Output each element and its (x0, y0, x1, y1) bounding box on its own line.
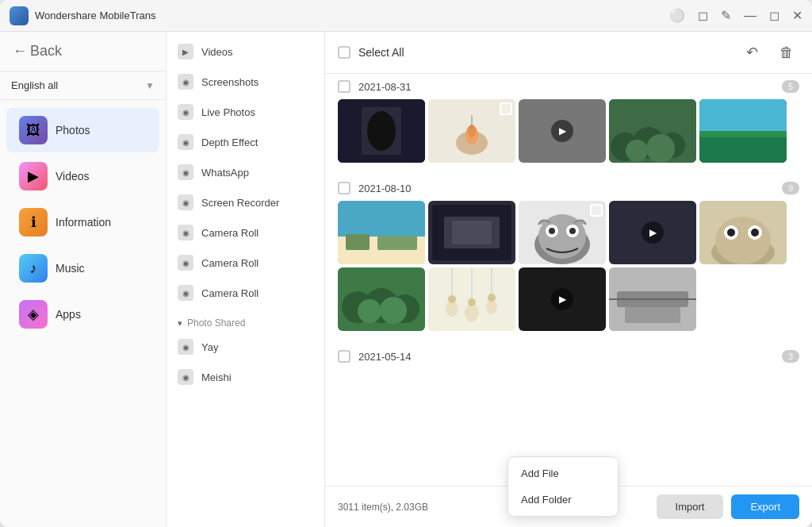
sidebar-item-videos[interactable]: ▶ Videos (6, 154, 159, 198)
live-photos-icon: ◉ (178, 104, 193, 120)
photo-thumb-2-8[interactable]: ▶ (519, 267, 606, 331)
photo-shared-header[interactable]: ▾ Photo Shared (167, 311, 324, 332)
middle-nav: ▶ Videos ◉ Screenshots ◉ Live Photos ◉ D… (167, 32, 324, 397)
photo-thumb-2-9[interactable] (609, 267, 696, 331)
whatsapp-icon: ◉ (178, 164, 193, 180)
device-selector-text: English all (11, 79, 58, 91)
photo-thumb-2-2[interactable] (428, 201, 515, 264)
dropdown-item-add-file[interactable]: Add File (508, 460, 618, 487)
window-icon[interactable]: ◻ (698, 8, 708, 23)
date-count-2: 9 (782, 182, 799, 194)
sidebar-item-photos[interactable]: 🖼 Photos (6, 108, 159, 152)
date-checkbox-2[interactable] (338, 182, 350, 194)
middle-item-screen-recorder[interactable]: ◉ Screen Recorder (167, 187, 324, 217)
svg-point-53 (486, 300, 497, 314)
select-all-checkbox[interactable] (338, 46, 350, 59)
photo-row-2-2: ▶ (338, 267, 799, 331)
content-panel: Select All ↶ 🗑 2021-08-31 5 (325, 32, 812, 527)
date-header-2: 2021-08-10 9 (338, 175, 799, 201)
middle-item-videos[interactable]: ▶ Videos (167, 37, 324, 67)
middle-item-camera-roll-3[interactable]: ◉ Camera Roll (167, 278, 324, 308)
app-title: Wondershare MobileTrans (35, 10, 669, 21)
sidebar: ← Back English all ▼ 🖼 Photos ▶ Videos ℹ (0, 32, 167, 527)
close-button[interactable]: ✕ (792, 8, 802, 23)
play-button-1[interactable]: ▶ (551, 120, 573, 142)
camera-roll-1-label: Camera Roll (201, 227, 259, 239)
device-selector-arrow: ▼ (145, 80, 155, 91)
middle-item-camera-roll-2[interactable]: ◉ Camera Roll (167, 248, 324, 278)
maximize-button[interactable]: ◻ (769, 8, 779, 23)
import-button[interactable]: Import (657, 494, 724, 519)
photo-thumb-1-4[interactable] (609, 99, 696, 163)
photos-label: Photos (56, 124, 90, 137)
depth-effect-icon: ◉ (178, 134, 193, 150)
sidebar-item-apps[interactable]: ◈ Apps (6, 292, 159, 337)
undo-button[interactable]: ↶ (739, 40, 764, 65)
svg-rect-60 (625, 307, 680, 323)
device-selector[interactable]: English all ▼ (0, 71, 166, 100)
middle-item-yay[interactable]: ◉ Yay (167, 332, 324, 362)
sidebar-item-information[interactable]: ℹ Information (6, 200, 159, 244)
yay-label: Yay (201, 341, 218, 353)
photo-thumb-2-4[interactable]: ▶ (609, 201, 696, 264)
dropdown-menu: Add File Add Folder (508, 456, 619, 517)
select-all-label: Select All (358, 46, 404, 59)
profile-icon[interactable]: ⚪ (669, 8, 685, 23)
date-label-3: 2021-05-14 (358, 351, 782, 363)
svg-point-54 (448, 295, 456, 303)
edit-icon[interactable]: ✎ (721, 8, 731, 23)
svg-rect-21 (346, 234, 370, 250)
svg-point-33 (569, 228, 576, 234)
date-group-2: 2021-08-10 9 (338, 175, 799, 331)
information-icon: ℹ (19, 208, 48, 237)
photo-thumb-2-5[interactable] (699, 201, 787, 264)
middle-item-depth-effect[interactable]: ◉ Depth Effect (167, 127, 324, 157)
play-button-2[interactable]: ▶ (642, 221, 664, 244)
play-button-3[interactable]: ▶ (551, 288, 573, 310)
photo-thumb-2-7[interactable] (428, 267, 515, 331)
svg-point-56 (488, 294, 496, 302)
date-header-3: 2021-05-14 3 (338, 344, 799, 369)
date-label-1: 2021-08-31 (358, 81, 782, 93)
delete-button[interactable]: 🗑 (774, 40, 799, 65)
svg-rect-16 (699, 99, 787, 135)
music-label: Music (56, 262, 85, 275)
photo-thumb-1-3[interactable]: ▶ (519, 99, 606, 163)
back-button[interactable]: ← Back (0, 32, 166, 71)
photo-thumb-2-1[interactable] (338, 201, 425, 264)
middle-panel: ▶ Videos ◉ Screenshots ◉ Live Photos ◉ D… (167, 32, 325, 527)
middle-item-live-photos[interactable]: ◉ Live Photos (167, 97, 324, 127)
dropdown-item-add-folder[interactable]: Add Folder (508, 487, 618, 513)
select-all-row: Select All (338, 46, 404, 59)
camera-roll-3-label: Camera Roll (201, 287, 259, 299)
svg-point-13 (646, 134, 675, 163)
information-label: Information (56, 216, 111, 229)
date-checkbox-1[interactable] (338, 80, 350, 93)
photo-thumb-2-6[interactable] (338, 267, 425, 331)
svg-rect-26 (452, 221, 492, 244)
svg-point-46 (380, 297, 407, 324)
photo-thumb-1-2[interactable] (428, 99, 515, 163)
camera-roll-2-label: Camera Roll (201, 257, 259, 269)
checkbox-overlay-2[interactable] (590, 204, 603, 217)
videos-icon: ▶ (19, 162, 48, 190)
toolbar-right: ↶ 🗑 (739, 40, 799, 65)
toolbar-left: Select All (338, 46, 404, 59)
minimize-button[interactable]: — (744, 9, 756, 23)
middle-item-screenshots[interactable]: ◉ Screenshots (167, 67, 324, 97)
date-label-2: 2021-08-10 (358, 183, 782, 194)
screen-recorder-icon: ◉ (178, 194, 193, 210)
sidebar-item-music[interactable]: ♪ Music (6, 246, 159, 290)
middle-item-camera-roll-1[interactable]: ◉ Camera Roll (167, 217, 324, 248)
photo-thumb-1-1[interactable] (338, 99, 425, 163)
meishi-label: Meishi (201, 371, 232, 383)
checkbox-overlay-1[interactable] (500, 102, 512, 115)
screen-recorder-label: Screen Recorder (201, 197, 279, 209)
date-checkbox-3[interactable] (338, 350, 350, 363)
export-button[interactable]: Export (731, 494, 799, 519)
photo-thumb-1-5[interactable] (699, 99, 787, 163)
middle-item-meishi[interactable]: ◉ Meishi (167, 362, 324, 392)
photo-grid-container: 2021-08-31 5 (325, 74, 812, 486)
middle-item-whatsapp[interactable]: ◉ WhatsApp (167, 157, 324, 187)
photo-thumb-2-3[interactable] (519, 201, 606, 264)
